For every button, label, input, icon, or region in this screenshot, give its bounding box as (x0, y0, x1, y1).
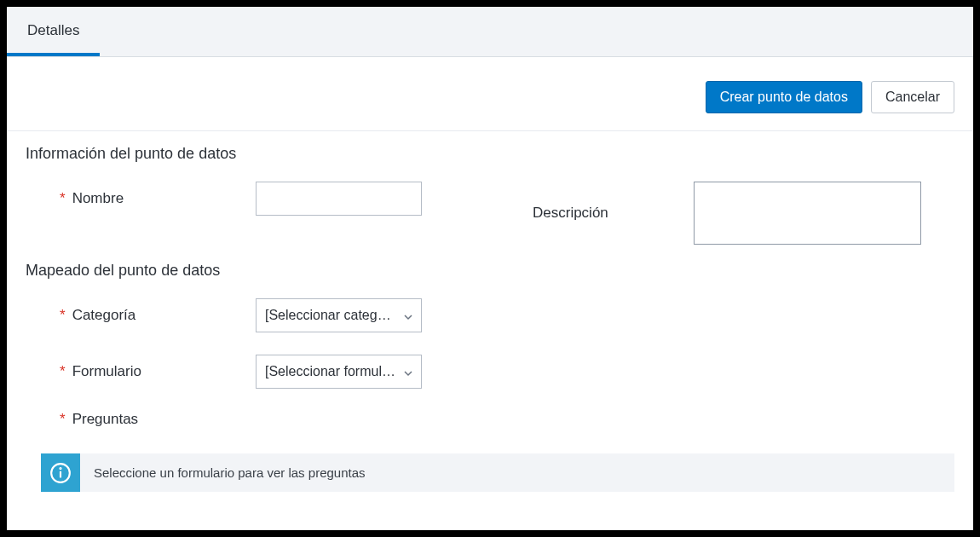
field-description-group: Descripción (422, 182, 954, 245)
info-icon (41, 453, 80, 492)
category-row: * Categoría (26, 298, 954, 332)
svg-point-2 (60, 468, 61, 469)
description-label: Descripción (533, 205, 608, 222)
description-input[interactable] (694, 182, 921, 245)
section-title-info: Información del punto de datos (26, 145, 954, 163)
required-asterisk: * (60, 411, 66, 428)
form-select[interactable] (256, 355, 422, 389)
info-banner: Seleccione un formulario para ver las pr… (41, 453, 954, 492)
name-label: * Nombre (26, 190, 256, 207)
category-label: * Categoría (26, 307, 256, 324)
category-select[interactable] (256, 298, 422, 332)
app-window: Detalles Crear punto de datos Cancelar I… (7, 7, 973, 530)
description-label-text: Descripción (533, 205, 608, 222)
form-select-wrapper (256, 355, 422, 389)
form-label-text: Formulario (72, 363, 141, 380)
info-row: * Nombre Descripción (26, 182, 954, 245)
action-bar: Crear punto de datos Cancelar (7, 57, 973, 131)
category-select-wrapper (256, 298, 422, 332)
tab-bar: Detalles (7, 7, 973, 57)
form-label: * Formulario (26, 363, 256, 380)
create-button[interactable]: Crear punto de datos (706, 81, 862, 113)
questions-row: * Preguntas (26, 411, 954, 428)
name-input[interactable] (256, 182, 422, 216)
questions-label: * Preguntas (26, 411, 256, 428)
section-title-mapping: Mapeado del punto de datos (26, 262, 954, 280)
content-area: Información del punto de datos * Nombre … (7, 131, 973, 492)
field-name-group: * Nombre (26, 182, 422, 216)
mapping-section: * Categoría * Formulario (26, 298, 954, 492)
category-label-text: Categoría (72, 307, 136, 324)
required-asterisk: * (60, 363, 66, 380)
required-asterisk: * (60, 190, 66, 207)
tab-details[interactable]: Detalles (7, 7, 100, 56)
name-label-text: Nombre (72, 190, 124, 207)
form-row: * Formulario (26, 355, 954, 389)
required-asterisk: * (60, 307, 66, 324)
questions-label-text: Preguntas (72, 411, 139, 428)
cancel-button[interactable]: Cancelar (871, 81, 954, 113)
info-banner-text: Seleccione un formulario para ver las pr… (80, 453, 379, 492)
